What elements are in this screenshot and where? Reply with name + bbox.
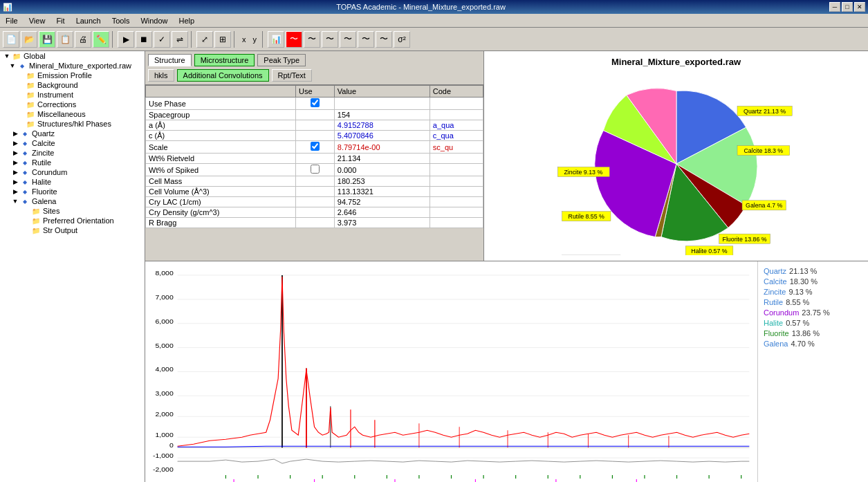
toggle-emission[interactable] xyxy=(17,71,25,80)
toggle-pref-orient[interactable] xyxy=(22,216,30,225)
table-row[interactable]: a (Å) 4.9152788 a_qua xyxy=(146,120,483,131)
tree-miscellaneous[interactable]: 📁 Miscellaneous xyxy=(0,109,145,119)
menu-launch[interactable]: Launch xyxy=(71,15,107,26)
menu-file[interactable]: File xyxy=(0,15,24,26)
tree-emission[interactable]: 📁 Emission Profile xyxy=(0,71,145,80)
prop-use[interactable] xyxy=(296,141,335,154)
toggle-quartz[interactable]: ▶ xyxy=(11,129,19,138)
run-btn[interactable]: ▶ xyxy=(118,31,134,48)
prop-use[interactable] xyxy=(296,98,335,110)
save-btn[interactable]: 💾 xyxy=(39,31,55,48)
pencil-btn[interactable]: ✏️ xyxy=(93,31,109,48)
table-row[interactable]: Use Phase xyxy=(146,98,483,110)
saveas-btn[interactable]: 📋 xyxy=(57,31,73,48)
btn-hkls[interactable]: hkls xyxy=(148,69,174,82)
tab-structure[interactable]: Structure xyxy=(148,54,192,66)
svg-text:Zincite 9.13 %: Zincite 9.13 % xyxy=(564,169,602,176)
line5-btn[interactable]: 〜 xyxy=(358,31,374,48)
new-btn[interactable]: 📄 xyxy=(3,31,19,48)
line1-btn[interactable]: 〜 xyxy=(286,31,302,48)
tree-quartz[interactable]: ▶ ◆ Quartz xyxy=(0,129,145,138)
tree-background[interactable]: 📁 Background xyxy=(0,80,145,90)
open-btn[interactable]: 📂 xyxy=(21,31,37,48)
tree-label-structures: Structures/hkl Phases xyxy=(37,120,111,128)
table-row[interactable]: Spacegroup 154 xyxy=(146,110,483,120)
table-row[interactable]: R Bragg 3.973 xyxy=(146,218,483,228)
tree-galena[interactable]: ▼ ◆ Galena xyxy=(0,196,145,206)
check-btn[interactable]: ✓ xyxy=(154,31,170,48)
bar-chart-btn[interactable]: 📊 xyxy=(268,31,284,48)
table-row[interactable]: Scale 8.79714e-00 sc_qu xyxy=(146,141,483,154)
toggle-mineral[interactable]: ▼ xyxy=(8,62,17,70)
tree-structures[interactable]: 📁 Structures/hkl Phases xyxy=(0,119,145,129)
menu-window[interactable]: Window xyxy=(135,15,173,26)
line3-btn[interactable]: 〜 xyxy=(322,31,338,48)
tree-corundum[interactable]: ▶ ◆ Corundum xyxy=(0,167,145,177)
toggle-calcite[interactable]: ▶ xyxy=(11,139,19,147)
table-row[interactable]: Cell Volume (Å^3) 113.13321 xyxy=(146,187,483,197)
toggle-corrections[interactable] xyxy=(17,100,25,109)
toggle-str-output[interactable] xyxy=(22,226,30,234)
toggle-structures[interactable] xyxy=(17,120,25,128)
toggle-instrument[interactable] xyxy=(17,91,25,99)
tree-pref-orient[interactable]: 📁 Preferred Orientation xyxy=(0,216,145,225)
maximize-btn[interactable]: □ xyxy=(842,2,853,12)
minimize-btn[interactable]: ─ xyxy=(829,2,840,12)
line6-btn[interactable]: 〜 xyxy=(376,31,392,48)
table-row[interactable]: Cry LAC (1/cm) 94.752 xyxy=(146,197,483,207)
toggle-sites[interactable] xyxy=(22,207,30,215)
toggle-corundum[interactable]: ▶ xyxy=(11,168,19,176)
pie-chart-svg: Quartz 21.13 % Calcite 18.3 % Zincite 9.… xyxy=(510,73,842,255)
toggle-misc[interactable] xyxy=(17,110,25,118)
scale-checkbox[interactable] xyxy=(311,142,320,151)
tree-label-zincite: Zincite xyxy=(32,149,54,157)
close-btn[interactable]: ✕ xyxy=(854,2,865,12)
toggle-global[interactable]: ▼ xyxy=(3,52,11,60)
tree-calcite[interactable]: ▶ ◆ Calcite xyxy=(0,138,145,148)
tree-global[interactable]: ▼ 📁 Global xyxy=(0,51,145,61)
toggle-zincite[interactable]: ▶ xyxy=(11,149,19,157)
tree-sites[interactable]: 📁 Sites xyxy=(0,206,145,216)
fit-btn[interactable]: ⊞ xyxy=(214,31,231,48)
tab-peak-type[interactable]: Peak Type xyxy=(257,54,306,66)
tree-rutile[interactable]: ▶ ◆ Rutile xyxy=(0,158,145,167)
table-row[interactable]: c (Å) 5.4070846 c_qua xyxy=(146,131,483,141)
toolbar-sep1 xyxy=(112,31,115,48)
sigma2-btn[interactable]: σ² xyxy=(394,31,410,48)
line2-btn[interactable]: 〜 xyxy=(304,31,320,48)
legend-label-fluorite: Fluorite xyxy=(764,329,789,337)
table-row[interactable]: Wt% of Spiked 0.000 xyxy=(146,164,483,176)
menu-fit[interactable]: Fit xyxy=(50,15,70,26)
tree-halite[interactable]: ▶ ◆ Halite xyxy=(0,177,145,187)
tree-fluorite[interactable]: ▶ ◆ Fluorite xyxy=(0,187,145,196)
toggle-fluorite[interactable]: ▶ xyxy=(11,187,19,196)
table-row[interactable]: Cell Mass 180.253 xyxy=(146,176,483,187)
line4-btn[interactable]: 〜 xyxy=(340,31,356,48)
tree-mineral[interactable]: ▼ ◆ Mineral_Mixture_exported.raw xyxy=(0,61,145,71)
table-row[interactable]: Cry Density (g/cm^3) 2.646 xyxy=(146,207,483,218)
tab-microstructure[interactable]: Microstructure xyxy=(194,54,255,66)
toggle-rutile[interactable]: ▶ xyxy=(11,158,19,167)
tree-instrument[interactable]: 📁 Instrument xyxy=(0,90,145,100)
toggle-halite[interactable]: ▶ xyxy=(11,178,19,186)
use-phase-checkbox[interactable] xyxy=(311,98,320,107)
stop-btn[interactable]: ⏹ xyxy=(136,31,152,48)
menu-help[interactable]: Help xyxy=(174,15,201,26)
toggle-background[interactable] xyxy=(17,81,25,89)
properties-table-panel: Use Value Code Use Phase xyxy=(145,85,483,261)
print-btn[interactable]: 🖨 xyxy=(75,31,91,48)
x-label: x xyxy=(239,35,249,44)
export-btn[interactable]: ⇌ xyxy=(172,31,188,48)
tree-corrections[interactable]: 📁 Corrections xyxy=(0,100,145,109)
tree-str-output[interactable]: 📁 Str Output xyxy=(0,225,145,235)
menu-tools[interactable]: Tools xyxy=(107,15,136,26)
menu-view[interactable]: View xyxy=(24,15,51,26)
btn-rpt-text[interactable]: Rpt/Text xyxy=(272,69,312,82)
prop-use[interactable] xyxy=(296,164,335,176)
zoom-btn[interactable]: ⤢ xyxy=(196,31,213,48)
table-row[interactable]: Wt% Rietveld 21.134 xyxy=(146,154,483,164)
spiked-checkbox[interactable] xyxy=(311,165,320,174)
btn-additional-convolutions[interactable]: Additional Convolutions xyxy=(177,69,269,82)
toggle-galena[interactable]: ▼ xyxy=(11,197,19,205)
tree-zincite[interactable]: ▶ ◆ Zincite xyxy=(0,148,145,158)
